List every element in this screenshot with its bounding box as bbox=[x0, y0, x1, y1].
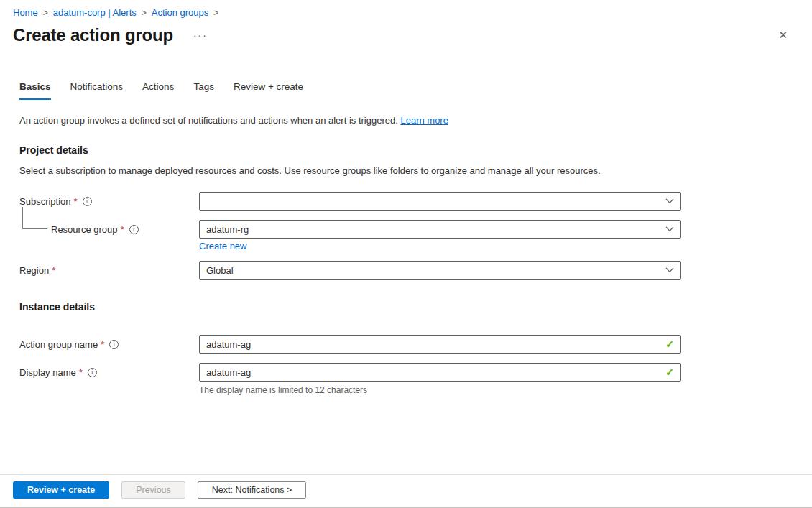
display-name-label: Display name * i bbox=[19, 367, 199, 378]
subscription-select[interactable] bbox=[199, 192, 681, 211]
info-icon[interactable]: i bbox=[129, 225, 139, 234]
region-input[interactable] bbox=[206, 265, 665, 276]
tab-bar: Basics Notifications Actions Tags Review… bbox=[19, 81, 812, 100]
display-name-field[interactable]: ✓ bbox=[199, 363, 681, 382]
action-group-name-label-text: Action group name bbox=[19, 339, 98, 350]
breadcrumb-separator: > bbox=[213, 8, 218, 18]
learn-more-link[interactable]: Learn more bbox=[400, 115, 448, 126]
region-label: Region * bbox=[19, 265, 199, 276]
title-row: Create action group ··· ✕ bbox=[0, 18, 812, 45]
action-group-name-label: Action group name * i bbox=[19, 339, 199, 350]
previous-button[interactable]: Previous bbox=[121, 481, 185, 499]
subscription-row: Subscription * i bbox=[19, 192, 812, 211]
info-icon[interactable]: i bbox=[109, 340, 119, 349]
subscription-label-text: Subscription bbox=[19, 196, 71, 207]
info-icon-glyph: i bbox=[133, 226, 134, 233]
resource-group-select[interactable] bbox=[199, 220, 681, 239]
tree-connector bbox=[22, 207, 47, 229]
info-icon-glyph: i bbox=[114, 341, 115, 348]
required-asterisk: * bbox=[101, 339, 104, 350]
region-row: Region * bbox=[19, 261, 812, 280]
next-notifications-button[interactable]: Next: Notifications > bbox=[198, 481, 307, 499]
chevron-down-icon bbox=[665, 198, 674, 204]
review-create-button[interactable]: Review + create bbox=[13, 481, 109, 499]
breadcrumb-link-home[interactable]: Home bbox=[13, 7, 38, 18]
info-icon[interactable]: i bbox=[88, 368, 97, 377]
resource-group-label-text: Resource group bbox=[51, 224, 118, 235]
more-options-icon[interactable]: ··· bbox=[193, 29, 208, 41]
project-details-description: Select a subscription to manage deployed… bbox=[19, 165, 793, 176]
breadcrumb-link-alerts[interactable]: adatum-corp | Alerts bbox=[53, 7, 137, 18]
tab-basics[interactable]: Basics bbox=[19, 81, 51, 100]
action-group-name-row: Action group name * i ✓ bbox=[19, 335, 812, 354]
section-heading-instance-details: Instance details bbox=[19, 301, 793, 313]
display-name-helper: The display name is limited to 12 charac… bbox=[199, 385, 812, 395]
region-select[interactable] bbox=[199, 261, 681, 280]
project-details-form: Subscription * i Resource group * i Crea… bbox=[19, 192, 812, 280]
resource-group-row: Resource group * i bbox=[19, 220, 812, 239]
create-new-link[interactable]: Create new bbox=[199, 241, 246, 251]
tab-notifications[interactable]: Notifications bbox=[70, 81, 124, 100]
breadcrumb-separator: > bbox=[43, 8, 48, 18]
resource-group-input[interactable] bbox=[206, 224, 665, 235]
footer-action-bar: Review + create Previous Next: Notificat… bbox=[0, 474, 812, 508]
display-name-label-text: Display name bbox=[19, 367, 76, 378]
intro-text-body: An action group invokes a defined set of… bbox=[19, 115, 398, 126]
page-title: Create action group bbox=[13, 25, 173, 45]
chevron-down-icon bbox=[665, 267, 674, 273]
breadcrumb-separator: > bbox=[142, 8, 147, 18]
breadcrumb: Home > adatum-corp | Alerts > Action gro… bbox=[0, 0, 812, 18]
info-icon-glyph: i bbox=[86, 198, 88, 205]
chevron-down-icon bbox=[665, 226, 674, 232]
info-icon-glyph: i bbox=[91, 369, 93, 376]
instance-details-form: Action group name * i ✓ Display name * i… bbox=[19, 335, 812, 395]
tab-review-create[interactable]: Review + create bbox=[234, 81, 303, 100]
breadcrumb-link-action-groups[interactable]: Action groups bbox=[152, 7, 209, 18]
subscription-input[interactable] bbox=[206, 196, 665, 207]
close-icon[interactable]: ✕ bbox=[778, 29, 788, 42]
required-asterisk: * bbox=[121, 224, 124, 235]
subscription-label: Subscription * i bbox=[19, 196, 199, 207]
required-asterisk: * bbox=[79, 367, 83, 378]
tab-tags[interactable]: Tags bbox=[193, 81, 214, 100]
region-label-text: Region bbox=[19, 265, 49, 276]
required-asterisk: * bbox=[52, 265, 55, 276]
valid-check-icon: ✓ bbox=[665, 366, 674, 378]
required-asterisk: * bbox=[74, 196, 78, 207]
info-icon[interactable]: i bbox=[83, 197, 92, 206]
display-name-input[interactable] bbox=[206, 367, 665, 378]
valid-check-icon: ✓ bbox=[665, 338, 674, 350]
section-heading-project-details: Project details bbox=[19, 144, 793, 156]
intro-text: An action group invokes a defined set of… bbox=[19, 115, 793, 126]
action-group-name-input[interactable] bbox=[206, 339, 665, 350]
action-group-name-field[interactable]: ✓ bbox=[199, 335, 681, 354]
tab-actions[interactable]: Actions bbox=[142, 81, 174, 100]
display-name-row: Display name * i ✓ bbox=[19, 363, 812, 382]
